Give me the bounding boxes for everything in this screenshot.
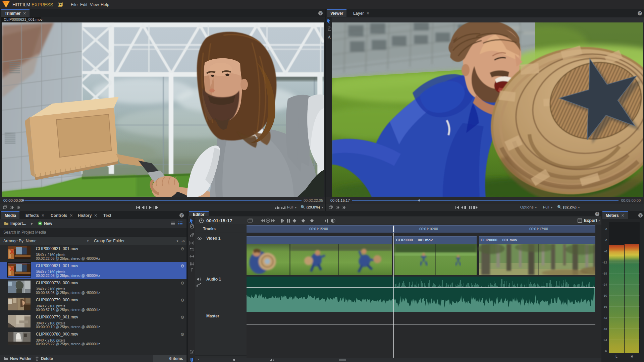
- svg-text:A: A: [328, 35, 331, 40]
